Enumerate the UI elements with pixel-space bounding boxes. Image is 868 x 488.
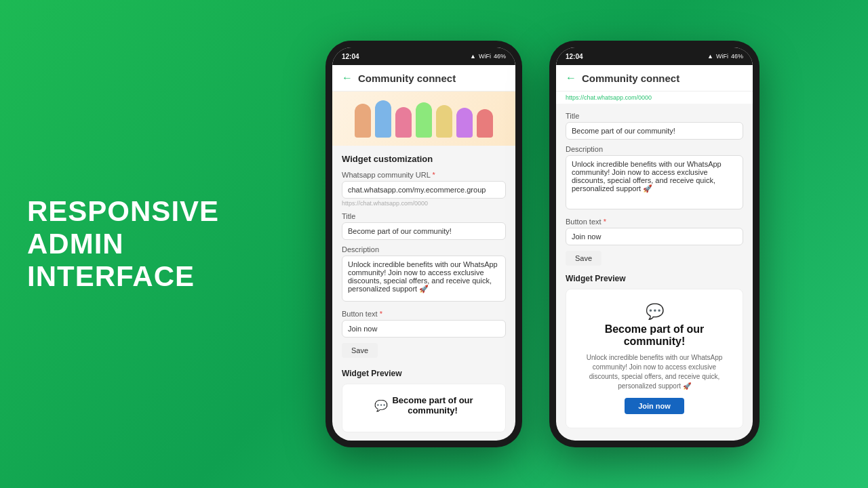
desc-label-left: Description [342, 245, 506, 253]
btn-text-required-right: * [604, 218, 606, 226]
save-btn-right[interactable]: Save [566, 251, 601, 266]
signal-icon-right: ▲ [707, 53, 713, 60]
phone-right: 12:04 ▲ WiFi 46% ← Community connect htt… [549, 41, 760, 447]
btn-text-input-left[interactable] [342, 320, 506, 338]
phone-left-inner: 12:04 ▲ WiFi 46% ← Community connect [332, 47, 515, 441]
widget-preview-title-right: Widget Preview [566, 274, 743, 283]
widget-card-left: 💬 Become part of ourcommunity! [342, 384, 506, 432]
figure-3 [395, 107, 412, 138]
headline: RESPONSIVE ADMIN INTERFACE [27, 195, 244, 293]
headline-line1: RESPONSIVE ADMIN [27, 195, 219, 260]
url-label-text: Whatsapp community URL [342, 171, 430, 179]
figure-6 [456, 108, 473, 138]
title-label-left: Title [342, 212, 506, 220]
title-input-right[interactable] [566, 122, 743, 140]
banner-area-left [332, 92, 515, 146]
figure-1 [355, 104, 371, 138]
widget-customization-title: Widget customization [342, 154, 506, 164]
url-hint: https://chat.whatsapp.com/0000 [342, 200, 506, 207]
app-title-left: Community connect [358, 73, 456, 84]
desc-textarea-left[interactable] [342, 256, 506, 302]
desc-textarea-right[interactable] [566, 155, 743, 209]
banner-figures [348, 100, 500, 138]
btn-text-required: * [380, 310, 382, 318]
signal-icon-left: ▲ [470, 53, 476, 60]
app-header-right: ← Community connect [556, 65, 753, 92]
join-btn-right[interactable]: Join now [625, 398, 684, 414]
whatsapp-icon-left: 💬 [374, 399, 388, 412]
desc-label-right: Description [566, 145, 743, 153]
notch-bar-right: 12:04 ▲ WiFi 46% [556, 47, 753, 65]
url-required: * [432, 171, 435, 179]
form-section-right: Title Description Button text * Save Wid… [556, 104, 753, 441]
headline-line2: INTERFACE [27, 260, 195, 292]
phone-left: 12:04 ▲ WiFi 46% ← Community connect [326, 41, 522, 447]
save-btn-left[interactable]: Save [342, 343, 378, 358]
widget-title-line2: community! [624, 336, 686, 347]
widget-icon-title-right: 💬 Become part of our community! [577, 303, 732, 348]
url-hint-right: https://chat.whatsapp.com/0000 [556, 92, 753, 104]
widget-preview-title-left: Widget Preview [342, 369, 506, 378]
back-btn-right[interactable]: ← [566, 72, 576, 84]
figure-4 [416, 102, 432, 138]
figure-2 [375, 100, 391, 138]
wifi-icon-right: WiFi [716, 53, 728, 60]
battery-left: 46% [494, 53, 506, 60]
phone-right-inner: 12:04 ▲ WiFi 46% ← Community connect htt… [556, 47, 753, 441]
time-right: 12:04 [566, 53, 583, 60]
form-section-left: Widget customization Whatsapp community … [332, 146, 515, 369]
title-input-left[interactable] [342, 222, 506, 240]
btn-text-label-right: Button text * [566, 218, 743, 226]
back-btn-left[interactable]: ← [342, 72, 353, 84]
title-label-right: Title [566, 112, 743, 120]
whatsapp-icon-right: 💬 [646, 303, 664, 321]
btn-text-label-left: Button text * [342, 310, 506, 318]
figure-5 [436, 105, 452, 138]
left-section: RESPONSIVE ADMIN INTERFACE [27, 195, 244, 293]
widget-title-right: Become part of our community! [605, 323, 705, 348]
widget-preview-left: Widget Preview 💬 Become part of ourcommu… [332, 369, 515, 441]
widget-title-left: Become part of ourcommunity! [392, 395, 473, 415]
notch-bar-left: 12:04 ▲ WiFi 46% [332, 47, 515, 65]
btn-text-label-text-right: Button text [566, 218, 601, 226]
whatsapp-url-input[interactable] [342, 181, 506, 199]
wifi-icon-left: WiFi [479, 53, 491, 60]
btn-text-input-right[interactable] [566, 228, 743, 245]
widget-icon-title-left: 💬 Become part of ourcommunity! [351, 395, 497, 415]
url-label: Whatsapp community URL * [342, 171, 506, 179]
battery-right: 46% [731, 53, 743, 60]
widget-desc-right: Unlock incredible benefits with our What… [577, 353, 732, 391]
app-header-left: ← Community connect [332, 65, 515, 92]
app-title-right: Community connect [582, 73, 679, 84]
status-icons-left: ▲ WiFi 46% [470, 53, 506, 60]
figure-7 [477, 109, 493, 138]
btn-text-label-text: Button text [342, 310, 378, 318]
status-icons-right: ▲ WiFi 46% [707, 53, 743, 60]
phones-container: 12:04 ▲ WiFi 46% ← Community connect [244, 41, 841, 447]
time-left: 12:04 [342, 53, 359, 60]
widget-title-line1: Become part of our [605, 323, 705, 335]
widget-card-right: 💬 Become part of our community! Unlock i… [566, 289, 743, 428]
